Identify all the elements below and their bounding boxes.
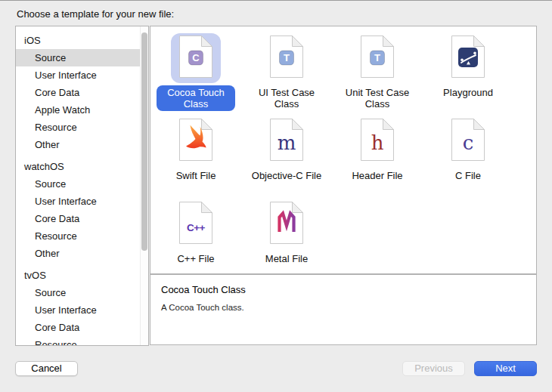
template-c-file[interactable]: cC File: [423, 116, 513, 199]
sidebar-section-ios: iOS: [16, 32, 148, 49]
template-label: Playground: [443, 85, 493, 100]
sidebar-section-watchos: watchOS: [16, 158, 148, 175]
template-label: UI Test Case Class: [245, 85, 328, 111]
sidebar-item-watchos-user-interface[interactable]: User Interface: [16, 193, 148, 210]
template-grid: CCocoa Touch ClassTUI Test Case ClassTUn…: [150, 26, 536, 282]
template-swift-file-tile: [171, 116, 221, 166]
template-panel: CCocoa Touch ClassTUI Test Case ClassTUn…: [150, 26, 537, 274]
objective-c-file-icon: m: [269, 118, 304, 165]
template-cocoa-touch-class[interactable]: CCocoa Touch Class: [151, 33, 240, 116]
svg-text:C: C: [192, 52, 200, 63]
cancel-button[interactable]: Cancel: [15, 361, 78, 376]
template-objective-c-file[interactable]: mObjective-C File: [242, 116, 331, 199]
sidebar-item-ios-user-interface[interactable]: User Interface: [16, 66, 148, 84]
sidebar-item-watchos-other[interactable]: Other: [16, 245, 148, 262]
sidebar-item-ios-resource[interactable]: Resource: [16, 119, 148, 136]
svg-text:T: T: [284, 52, 290, 63]
template-metal-file-tile: [262, 199, 312, 249]
new-file-template-dialog: Choose a template for your new file: iOS…: [0, 0, 552, 392]
sidebar-item-ios-source[interactable]: Source: [16, 49, 148, 66]
template-header-file-tile: h: [352, 116, 402, 166]
template-label: C++ File: [177, 252, 214, 266]
template-detail-panel: Cocoa Touch Class A Cocoa Touch class.: [150, 274, 537, 345]
sidebar-item-watchos-core-data[interactable]: Core Data: [16, 210, 148, 227]
swift-file-icon: [178, 118, 213, 165]
previous-button[interactable]: Previous: [402, 361, 465, 376]
sidebar-item-tvos-core-data[interactable]: Core Data: [16, 319, 148, 336]
template-c-file[interactable]: C++C++ File: [151, 199, 240, 282]
template-playground-tile: [443, 33, 493, 83]
template-metal-file[interactable]: Metal File: [242, 199, 331, 282]
template-header-file[interactable]: hHeader File: [333, 116, 422, 199]
sidebar-item-tvos-user-interface[interactable]: User Interface: [16, 301, 148, 319]
template-playground[interactable]: Playground: [423, 33, 513, 116]
sidebar-item-tvos-resource[interactable]: Resource: [16, 336, 148, 346]
c-file-icon: c: [451, 118, 485, 165]
svg-text:C++: C++: [187, 222, 206, 233]
sidebar-scrollbar-thumb[interactable]: [141, 32, 147, 251]
svg-text:T: T: [374, 52, 380, 63]
sidebar-item-ios-other[interactable]: Other: [16, 136, 148, 153]
template-c-file-tile: C++: [171, 199, 221, 249]
category-sidebar: iOSSourceUser InterfaceCore DataApple Wa…: [15, 26, 149, 346]
unit-test-case-class-icon: T: [360, 35, 395, 82]
sidebar-item-ios-core-data[interactable]: Core Data: [16, 84, 148, 101]
template-label: Metal File: [265, 252, 308, 266]
ui-test-case-class-icon: T: [269, 35, 304, 82]
svg-text:c: c: [463, 131, 474, 154]
dialog-title: Choose a template for your new file:: [17, 8, 174, 20]
sidebar-list: iOSSourceUser InterfaceCore DataApple Wa…: [16, 26, 148, 346]
next-button[interactable]: Next: [474, 361, 537, 376]
template-cocoa-touch-class-tile: C: [171, 33, 221, 83]
template-ui-test-case-class-tile: T: [262, 33, 312, 83]
sidebar-scrollbar[interactable]: [140, 26, 148, 345]
template-unit-test-case-class-tile: T: [352, 33, 402, 83]
template-label: C File: [455, 168, 481, 183]
sidebar-item-tvos-source[interactable]: Source: [16, 284, 148, 301]
header-file-icon: h: [360, 118, 395, 165]
template-c-file-tile: c: [443, 116, 493, 166]
sidebar-item-watchos-source[interactable]: Source: [16, 175, 148, 193]
template-unit-test-case-class[interactable]: TUnit Test Case Class: [333, 33, 422, 116]
svg-text:m: m: [278, 131, 296, 154]
template-label: Header File: [352, 168, 402, 183]
template-label: Unit Test Case Class: [336, 85, 419, 111]
template-label: Cocoa Touch Class: [157, 85, 235, 111]
template-label: Objective-C File: [252, 168, 321, 183]
template-swift-file[interactable]: Swift File: [151, 116, 240, 199]
template-detail-title: Cocoa Touch Class: [161, 284, 246, 295]
template-ui-test-case-class[interactable]: TUI Test Case Class: [242, 33, 331, 116]
template-objective-c-file-tile: m: [262, 116, 312, 166]
metal-file-icon: [269, 201, 304, 248]
template-label: Swift File: [176, 168, 216, 183]
sidebar-item-ios-apple-watch[interactable]: Apple Watch: [16, 101, 148, 119]
svg-text:h: h: [371, 131, 384, 154]
playground-icon: [451, 35, 485, 82]
c-file-icon: C++: [178, 201, 213, 248]
sidebar-item-watchos-resource[interactable]: Resource: [16, 227, 148, 245]
sidebar-section-tvos: tvOS: [16, 267, 148, 284]
cocoa-touch-class-icon: C: [178, 35, 213, 82]
template-detail-description: A Cocoa Touch class.: [161, 303, 244, 312]
